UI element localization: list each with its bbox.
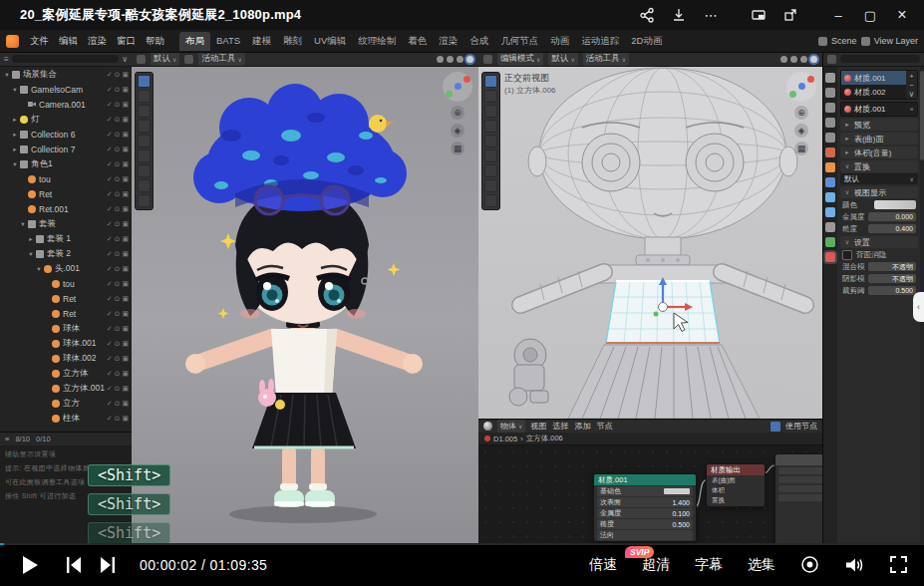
- eye-icon: ⊙: [115, 400, 121, 408]
- eye-icon: ⊙: [115, 325, 121, 333]
- transform-tool: [484, 164, 497, 177]
- maximize-button[interactable]: ▢: [854, 3, 886, 27]
- record-icon[interactable]: [800, 555, 819, 574]
- zoom-icon: ⊕: [451, 106, 464, 120]
- more-options-icon[interactable]: ⋯: [695, 3, 727, 27]
- selectable-icon: ✓: [107, 265, 113, 273]
- workspace-tab: 建模: [246, 32, 277, 51]
- workspace-tab: 运动追踪: [575, 32, 625, 51]
- material-output-node: 材质输出 表(曲)面体积置换: [706, 463, 766, 507]
- outliner-header: ≡ ∨: [0, 52, 132, 67]
- seek-bar[interactable]: [0, 543, 924, 545]
- property-row: 金属度 0.000: [840, 211, 918, 222]
- camera-view-icon: ▦: [794, 142, 808, 155]
- fullscreen-icon[interactable]: [889, 555, 908, 574]
- subtitles-button[interactable]: 字幕: [695, 556, 723, 574]
- particles-tab-icon: [825, 192, 835, 202]
- outliner-item-icon: [52, 310, 60, 318]
- outliner-item-icon: [52, 340, 60, 348]
- outliner-row: tou ✓ ⊙ ▣: [0, 276, 132, 291]
- camera-view-icon: ▦: [451, 142, 464, 155]
- next-button[interactable]: [99, 557, 116, 573]
- property-row: 裁剪阈值 0.500: [840, 285, 918, 296]
- share-icon[interactable]: [631, 3, 663, 27]
- outliner-panel: ≡ ∨ ▾ 场景集合 ✓ ⊙ ▣: [0, 52, 133, 432]
- workspace-tab: 着色: [402, 32, 433, 51]
- scale-tool: [484, 149, 497, 162]
- episodes-button[interactable]: 选集: [748, 556, 775, 574]
- titlebar: 20_案例延展专项-酷女孩案例延展2_1080p.mp4 ⋯: [0, 0, 924, 30]
- breadcrumb-separator: ›: [520, 435, 523, 443]
- selectable-icon: ✓: [107, 160, 113, 168]
- collapsed-section-header: ▸ 预览: [840, 119, 918, 131]
- world-tab-icon: [825, 147, 835, 157]
- view-name-label: 正交前视图: [504, 72, 556, 85]
- node-socket-row: 置换: [710, 496, 762, 505]
- outliner-item-icon: [52, 400, 60, 408]
- render-visibility-icon: ▣: [122, 131, 129, 139]
- mode-dropdown: 编辑模式 ∨: [497, 52, 543, 66]
- eye-icon: ⊙: [115, 415, 121, 423]
- selectable-icon: ✓: [107, 71, 113, 79]
- outliner-item-label: 球体: [63, 323, 107, 335]
- eye-icon: ⊙: [115, 310, 121, 318]
- video-frame[interactable]: 文件编辑渲染窗口帮助 布局BATS建模雕刻UV编辑纹理绘制着色渲染合成几何节点动…: [0, 30, 924, 543]
- node-editor-header: 物体 ∨ 视图选择添加节点 使用节点: [478, 420, 822, 433]
- workspace-tab: 2D动画: [625, 32, 668, 51]
- object-tab-icon: [825, 162, 835, 172]
- disclosure-icon: ▾: [3, 71, 11, 79]
- outliner-row: ▸ 套装 1 ✓ ⊙ ▣: [0, 231, 132, 246]
- principled-shader-node: 材质.001 基础色 次表面: [593, 473, 697, 542]
- close-button[interactable]: ×: [886, 3, 918, 27]
- shading-mode-icons: [777, 56, 817, 63]
- outliner-row: 立方体 ✓ ⊙ ▣: [0, 366, 132, 381]
- outliner-item-icon: [20, 160, 28, 168]
- node-param-row: 基础色: [597, 486, 693, 496]
- quality-button[interactable]: SVIP 超清: [642, 556, 670, 574]
- outliner-row: 球体 ✓ ⊙ ▣: [0, 321, 132, 336]
- disclosure-icon: ▾: [11, 160, 19, 168]
- outliner-item-icon: [28, 190, 36, 198]
- download-icon[interactable]: [663, 3, 695, 27]
- render-visibility-icon: ▣: [122, 310, 129, 318]
- properties-panel: 材质.001 材质.002 + −: [822, 52, 924, 543]
- eye-icon: ⊙: [115, 205, 121, 213]
- wireframe-character: [478, 66, 822, 419]
- outliner-item-label: tou: [63, 279, 107, 289]
- minimize-button[interactable]: –: [822, 3, 854, 27]
- unlink-icon: ×: [909, 105, 914, 114]
- properties-filter-icon: [827, 55, 836, 64]
- scene-tab-icon: [825, 133, 835, 143]
- add-slot-icon: +: [909, 72, 914, 81]
- blender-topbar: 文件编辑渲染窗口帮助 布局BATS建模雕刻UV编辑纹理绘制着色渲染合成几何节点动…: [0, 30, 924, 53]
- chevron-down-icon: ∨: [843, 162, 851, 170]
- keystroke-overlay: <Shift><Shift><Shift>: [88, 464, 170, 544]
- play-button[interactable]: [22, 555, 40, 575]
- selectable-icon: ✓: [107, 190, 113, 198]
- playback-speed-button[interactable]: 倍速: [589, 556, 617, 574]
- outliner-row: Ret ✓ ⊙ ▣: [0, 306, 132, 321]
- material-sphere-icon: [844, 106, 851, 113]
- outliner-item-icon: [20, 86, 28, 94]
- pip-icon[interactable]: [743, 3, 774, 27]
- panel-menu-icon: ≡: [5, 435, 9, 443]
- node-param-row: 法向: [597, 530, 693, 540]
- previous-button[interactable]: [66, 557, 83, 573]
- workspace-tab: 合成: [463, 32, 494, 51]
- box-select-tool: [138, 90, 151, 103]
- active-object-label: (1) 立方体.006: [504, 85, 556, 97]
- volume-icon[interactable]: [844, 556, 864, 574]
- eye-icon: ⊙: [115, 131, 121, 139]
- outliner-item-icon: [52, 280, 60, 288]
- render-visibility-icon: ▣: [122, 415, 129, 423]
- outliner-row: 柱体 ✓ ⊙ ▣: [0, 411, 132, 426]
- render-visibility-icon: ▣: [122, 280, 129, 288]
- dropdown-icon: ∨: [122, 55, 128, 64]
- popout-icon[interactable]: [774, 3, 806, 27]
- viewport-gizmos: ⊕ ◈ ▦: [786, 72, 816, 155]
- selectable-icon: ✓: [107, 175, 113, 183]
- side-drawer-handle[interactable]: ‹: [913, 292, 924, 322]
- seek-bar-played: [0, 543, 4, 545]
- tool-tab-icon: [825, 73, 835, 83]
- node-menu-item: 视图: [530, 421, 546, 432]
